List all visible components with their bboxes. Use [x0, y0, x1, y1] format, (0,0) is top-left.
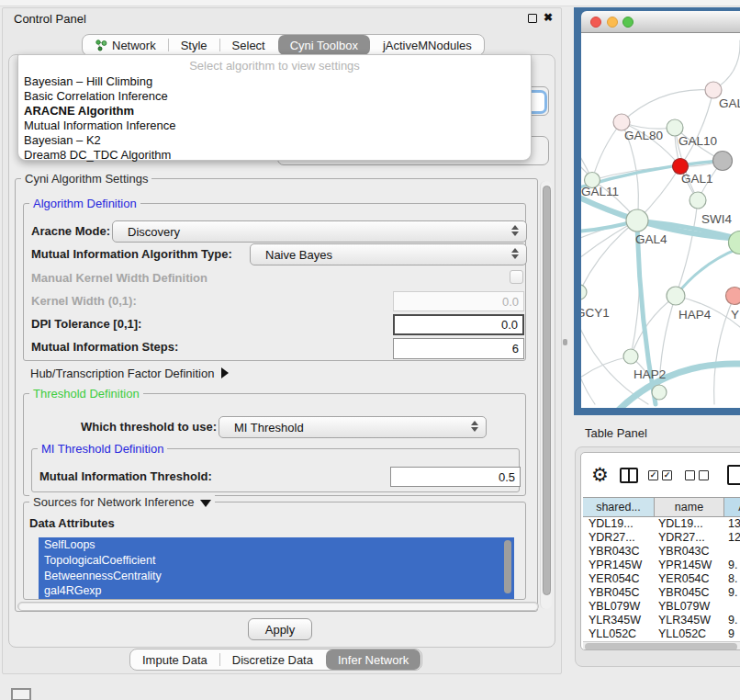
table-hscrollbar-thumb[interactable] [585, 643, 737, 650]
column-header-a[interactable]: A [724, 498, 740, 516]
collapse-down-icon [200, 500, 211, 507]
tab-discretize-data[interactable]: Discretize Data [220, 649, 325, 670]
which-threshold-combo[interactable]: MI Threshold [219, 416, 487, 438]
checked-checkbox-icon[interactable]: ✓ [648, 470, 658, 480]
hub-definition-label: Hub/Transcription Factor Definition [30, 367, 214, 380]
data-attributes-label: Data Attributes [29, 516, 115, 530]
algorithm-option-aracne-algorithm[interactable]: ARACNE Algorithm [22, 104, 527, 119]
column-header-name[interactable]: name [655, 498, 724, 516]
kernel-width-field[interactable]: 0.0 [393, 291, 524, 311]
control-panel-tabs: NetworkStyleSelectCyni ToolboxjActiveMNo… [82, 34, 485, 56]
tab-select[interactable]: Select [220, 35, 277, 55]
network-canvas[interactable]: GALGAL80GAL10GAL1GAL11SWI4GAL4GCY1HAP4YH… [581, 33, 740, 408]
tab-infer-network[interactable]: Infer Network [326, 649, 420, 670]
algorithm-option-bayesian-hill-climbing[interactable]: Bayesian – Hill Climbing [22, 74, 527, 89]
unchecked-checkbox-icon[interactable] [685, 470, 695, 480]
minimize-traffic-light[interactable] [607, 17, 618, 28]
which-threshold-value: MI Threshold [219, 421, 304, 435]
settings-vertical-scrollbar[interactable] [540, 181, 552, 609]
dpi-tolerance-field[interactable]: 0.0 [393, 314, 524, 335]
close-icon[interactable]: ✖ [544, 11, 553, 24]
settings-horizontal-scrollbar[interactable] [17, 602, 539, 611]
data-attributes-list[interactable]: SelfLoopsTopologicalCoefficientBetweenne… [39, 537, 514, 599]
checked-checkbox-icon[interactable]: ✓ [662, 470, 672, 480]
dpi-tolerance-label: DPI Tolerance [0,1]: [31, 317, 141, 331]
attributes-scrollbar-thumb[interactable] [504, 540, 511, 593]
network-node-gcy1[interactable] [581, 285, 587, 299]
table-horizontal-scrollbar[interactable] [583, 641, 740, 650]
network-node-gal4[interactable] [626, 209, 648, 231]
corner-widget[interactable] [11, 688, 31, 700]
gear-icon[interactable]: ⚙ [591, 464, 609, 486]
table-row[interactable]: YLL052CYLL052C9 [583, 627, 740, 641]
algorithm-option-mutual-information-inference[interactable]: Mutual Information Inference [22, 119, 527, 133]
apply-button[interactable]: Apply [248, 618, 312, 640]
tab-impute-data[interactable]: Impute Data [130, 649, 219, 670]
app-background-strip [0, 0, 740, 6]
mi-steps-field[interactable]: 6 [393, 338, 524, 359]
mi-threshold-definition-title: MI Threshold Definition [38, 442, 167, 456]
mi-type-value: Naive Bayes [251, 248, 332, 262]
algorithm-option-dream8-dc-tdc-algorithm[interactable]: Dream8 DC_TDC Algorithm [22, 148, 527, 163]
network-window-titlebar[interactable] [581, 11, 740, 33]
which-threshold-label: Which threshold to use: [81, 420, 217, 434]
table-cell: YBL079W [589, 600, 640, 614]
algorithm-option-bayesian-k2[interactable]: Bayesian – K2 [22, 133, 527, 148]
attribute-item-gal4rgexp[interactable]: gal4RGexp [39, 583, 514, 599]
attribute-item-selfloops[interactable]: SelfLoops [39, 537, 514, 553]
table-row[interactable]: YBL079WYBL079W [583, 600, 740, 614]
table-cell: YLL052C [658, 627, 706, 641]
panel-divider-handle[interactable] [563, 339, 567, 345]
attribute-item-topologicalcoefficient[interactable]: TopologicalCoefficient [39, 553, 514, 569]
node-label-gcy1: GCY1 [581, 306, 610, 320]
network-node[interactable] [713, 152, 733, 171]
table-panel-title: Table Panel [585, 426, 647, 440]
tab-network[interactable]: Network [83, 35, 168, 55]
table-row[interactable]: YBR045CYBR045C9. [583, 586, 740, 600]
table-row[interactable]: YLR345WYLR345W9. [583, 614, 740, 627]
table-row[interactable]: YPR145WYPR145W9. [583, 559, 740, 572]
close-traffic-light[interactable] [590, 17, 601, 28]
table-row[interactable]: YDL19...YDL19...13 [583, 517, 740, 531]
table-row[interactable]: YBR043CYBR043C [583, 545, 740, 559]
node-label-swi4: SWI4 [701, 212, 732, 226]
network-node-hap4[interactable] [667, 287, 685, 305]
network-node[interactable] [652, 385, 667, 400]
table-cell: YDR27... [589, 531, 635, 545]
tab-style[interactable]: Style [169, 35, 219, 55]
attribute-item-betweennesscentrality[interactable]: BetweennessCentrality [39, 569, 514, 584]
manual-kernel-checkbox[interactable] [510, 270, 523, 284]
tab-cyni-toolbox[interactable]: Cyni Toolbox [278, 35, 370, 55]
aracne-mode-combo[interactable]: Discovery [112, 220, 527, 243]
dropdown-placeholder: Select algorithm to view settings [18, 59, 531, 73]
table-row[interactable]: YDR27...YDR27...12 [583, 531, 740, 545]
split-view-icon[interactable] [620, 468, 638, 483]
hub-definition-expander[interactable]: Hub/Transcription Factor Definition [30, 367, 229, 380]
table-row[interactable]: YER054CYER054C8. [583, 572, 740, 586]
unchecked-checkbox-icon[interactable] [699, 470, 709, 480]
document-icon[interactable] [727, 465, 740, 485]
mi-threshold-field[interactable]: 0.5 [390, 467, 521, 487]
network-node-swi4[interactable] [690, 192, 706, 209]
tab-label: Infer Network [338, 653, 409, 667]
network-edge [592, 122, 622, 180]
settings-scrollbar-thumb[interactable] [543, 186, 551, 595]
table-cell: 8. [728, 572, 737, 586]
sources-title[interactable]: Sources for Network Inference [29, 495, 215, 509]
table-cell: 13 [728, 517, 740, 531]
float-window-icon[interactable] [528, 14, 537, 23]
network-edge [622, 90, 713, 122]
mi-type-combo[interactable]: Naive Bayes [250, 243, 527, 265]
node-label-gal10: GAL10 [678, 134, 717, 148]
network-node-hap2[interactable] [623, 349, 638, 364]
table-cell: YBL079W [658, 600, 710, 614]
tab-jactivemnodules[interactable]: jActiveMNodules [371, 35, 484, 55]
mi-threshold-label: Mutual Information Threshold: [39, 469, 212, 483]
network-node-y[interactable] [726, 288, 740, 305]
table-cell: YLR345W [589, 614, 641, 627]
column-header-shared[interactable]: shared... [583, 498, 655, 516]
maximize-traffic-light[interactable] [622, 17, 633, 28]
stepper-arrows-icon [471, 421, 478, 432]
algorithm-option-basic-correlation-inference[interactable]: Basic Correlation Inference [22, 89, 527, 104]
settings-hscrollbar-thumb[interactable] [19, 604, 537, 610]
